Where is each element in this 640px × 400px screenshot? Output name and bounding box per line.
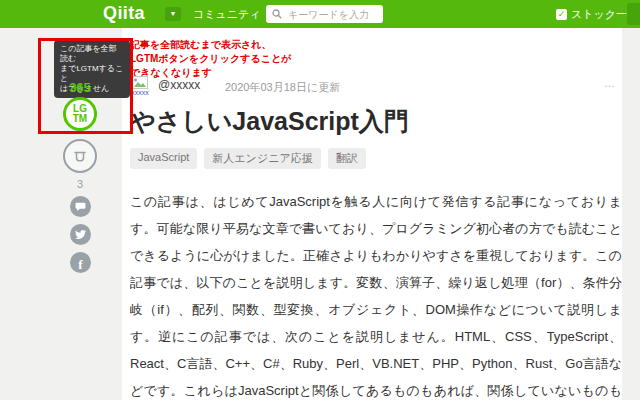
stock-button[interactable] xyxy=(63,139,97,173)
qiita-logo[interactable]: Qiita xyxy=(103,3,145,24)
more-menu-button[interactable]: … xyxy=(604,77,616,89)
search-input[interactable] xyxy=(286,8,377,21)
comment-count: 3 xyxy=(50,178,110,190)
community-menu[interactable]: コミュニティ ▼ xyxy=(193,0,271,28)
qiita-article-page: Qiita ▼ コミュニティ ▼ ✓ ストック一覧 記事を全部読むまで表示され、… xyxy=(0,0,640,400)
comment-icon xyxy=(75,201,86,212)
facebook-share-button[interactable]: f xyxy=(70,252,91,273)
header-bar: Qiita ▼ コミュニティ ▼ ✓ ストック一覧 xyxy=(0,0,640,28)
author-avatar[interactable] xyxy=(131,75,148,88)
annotation-note: 記事を全部読むまで表示され、 LGTMボタンをクリックすることが できなくなりま… xyxy=(130,38,291,80)
comment-button[interactable] xyxy=(70,196,91,217)
tag-javascript[interactable]: JavaScript xyxy=(130,148,197,169)
logo-dropdown-button[interactable]: ▼ xyxy=(165,7,181,21)
chevron-down-icon: ▼ xyxy=(170,10,177,17)
community-label: コミュニティ xyxy=(193,7,261,22)
updated-date: 2020年03月18日に更新 xyxy=(225,80,340,95)
broken-image-icon xyxy=(131,76,148,89)
stock-icon xyxy=(72,148,88,164)
author-avatar-alt-text: xxxxx xyxy=(127,89,153,96)
twitter-share-button[interactable] xyxy=(70,224,91,245)
search-box[interactable] xyxy=(266,5,383,23)
annotation-note-line: 記事を全部読むまで表示され、 xyxy=(130,38,291,52)
lgtm-tooltip-line: この記事を全部読む xyxy=(60,44,124,64)
lgtm-button[interactable]: LG TM xyxy=(63,97,97,131)
search-icon xyxy=(272,9,282,19)
tag-translation[interactable]: 翻訳 xyxy=(328,148,366,169)
header-action-button-partial[interactable] xyxy=(627,3,640,25)
article-title: やさしいJavaScript入門 xyxy=(130,105,409,138)
article-body: この記事は、はじめてJavaScriptを触る人に向けて発信する記事になっており… xyxy=(130,188,622,400)
tag-list: JavaScript 新人エンジニア応援 翻訳 xyxy=(130,148,366,169)
twitter-icon xyxy=(75,229,86,240)
facebook-icon: f xyxy=(78,258,82,271)
stock-list-link[interactable]: ✓ ストック一覧 xyxy=(556,0,638,28)
lgtm-button-label: TM xyxy=(73,114,87,124)
tag-newbie-support[interactable]: 新人エンジニア応援 xyxy=(204,148,320,169)
stock-check-icon: ✓ xyxy=(556,9,567,20)
annotation-note-line: LGTMボタンをクリックすることが xyxy=(130,52,291,66)
annotation-note-line: できなくなります xyxy=(130,66,291,80)
lgtm-count: 365 xyxy=(50,80,110,95)
author-handle[interactable]: @xxxxx xyxy=(158,78,200,92)
